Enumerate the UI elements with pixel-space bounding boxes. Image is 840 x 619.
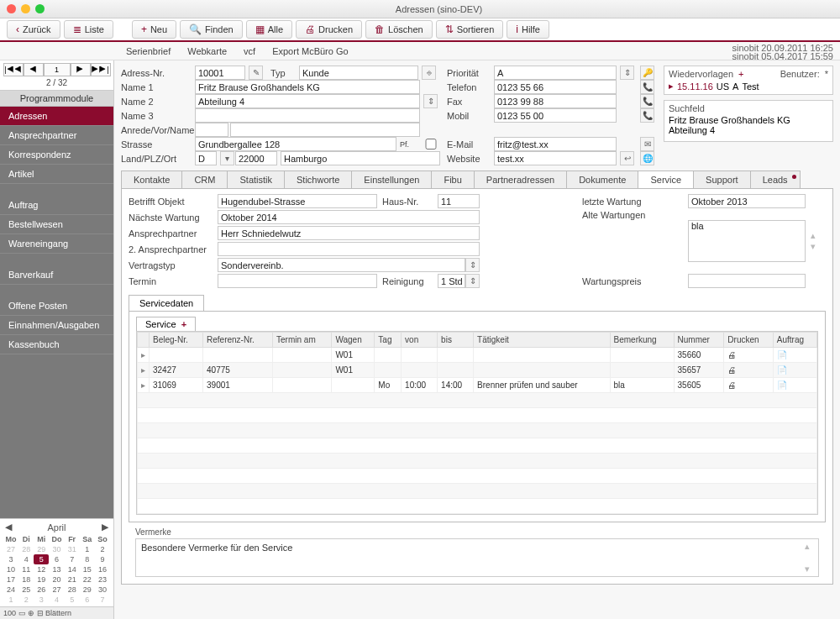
fax-field[interactable]: [494, 94, 617, 108]
print-button[interactable]: 🖨Drucken: [296, 20, 362, 39]
reinigung-field[interactable]: [438, 274, 465, 288]
vermerke-scroll-down-icon[interactable]: ▾: [805, 564, 816, 574]
cal-day[interactable]: 16: [95, 564, 110, 574]
tab-crm[interactable]: CRM: [181, 170, 228, 188]
tab-fibu[interactable]: Fibu: [431, 170, 474, 188]
sidebar-item-offeneposten[interactable]: Offene Posten: [0, 296, 113, 316]
cal-day[interactable]: 3: [3, 554, 18, 564]
cal-day[interactable]: 1: [3, 595, 18, 605]
scroll-down-icon[interactable]: ▾: [811, 241, 826, 252]
cal-day[interactable]: 20: [49, 574, 64, 585]
plz-field[interactable]: [235, 151, 277, 165]
cal-day[interactable]: 11: [18, 564, 34, 574]
all-button[interactable]: ▦Alle: [246, 20, 292, 39]
pager-next-button[interactable]: ⯈: [71, 63, 91, 76]
cal-day[interactable]: 17: [3, 574, 18, 585]
cal-day[interactable]: 29: [80, 585, 95, 595]
find-button[interactable]: 🔍Finden: [180, 20, 243, 39]
cal-day[interactable]: 9: [95, 554, 110, 564]
tab-servicedaten[interactable]: Servicedaten: [129, 295, 204, 311]
sidebar-item-ansprechpartner[interactable]: Ansprechpartner: [0, 126, 113, 145]
vermerke-field[interactable]: Besondere Vermerke für den Service ▴▾: [135, 538, 819, 577]
wv-date[interactable]: 15.11.16: [677, 81, 713, 92]
tab-einstellungen[interactable]: Einstellungen: [351, 170, 432, 188]
service-add-icon[interactable]: +: [181, 319, 186, 329]
cal-day[interactable]: 4: [18, 554, 34, 564]
cal-day[interactable]: 27: [3, 544, 18, 554]
adressnr-edit-icon[interactable]: ✎: [249, 66, 263, 80]
sort-button[interactable]: ⇅Sortieren: [436, 20, 504, 39]
cal-day[interactable]: 14: [65, 564, 80, 574]
cal-day[interactable]: 31: [65, 544, 80, 554]
tab-statistik[interactable]: Statistik: [227, 170, 285, 188]
table-row[interactable]: ▸ W0135660 🖨 📄: [138, 348, 817, 363]
alte-wartungen-field[interactable]: bla: [688, 220, 806, 262]
row-print-icon[interactable]: 🖨: [724, 363, 773, 378]
cal-day[interactable]: 24: [3, 585, 18, 595]
tab-leads[interactable]: Leads: [750, 170, 801, 188]
mobil-dial-icon[interactable]: 📞: [640, 108, 654, 123]
cal-day[interactable]: 21: [65, 574, 80, 585]
cal-day[interactable]: 23: [95, 574, 110, 585]
name2-stepper-icon[interactable]: ⇕: [423, 94, 438, 108]
sidebar-item-artikel[interactable]: Artikel: [0, 165, 113, 184]
cal-next-button[interactable]: ▶: [102, 522, 108, 532]
cal-day[interactable]: 15: [80, 564, 95, 574]
ort-field[interactable]: [281, 151, 440, 165]
land-dropdown-icon[interactable]: ▾: [220, 151, 234, 165]
tab-stichworte[interactable]: Stichworte: [284, 170, 352, 188]
pf-checkbox[interactable]: [422, 139, 440, 150]
website-field[interactable]: [494, 151, 617, 165]
new-button[interactable]: +Neu: [132, 20, 176, 39]
table-row[interactable]: ▸ 3106939001Mo10:0014:00Brenner prüfen u…: [138, 378, 817, 393]
cal-day[interactable]: 13: [49, 564, 64, 574]
anrede-field[interactable]: [195, 123, 228, 137]
vorname-field[interactable]: [230, 123, 420, 137]
row-expand-icon[interactable]: ▸: [138, 363, 150, 378]
sidebar-item-adressen[interactable]: Adressen: [0, 107, 113, 126]
phone-dial-icon[interactable]: 📞: [640, 80, 654, 94]
window-maximize-icon[interactable]: [35, 4, 45, 13]
cal-day[interactable]: 29: [34, 544, 49, 554]
tab-kontakte[interactable]: Kontakte: [121, 170, 182, 188]
objekt-field[interactable]: [218, 194, 377, 208]
cal-day[interactable]: 6: [49, 554, 64, 564]
letzte-wartung-field[interactable]: [688, 194, 806, 208]
delete-button[interactable]: 🗑Löschen: [365, 20, 433, 39]
cal-day[interactable]: 30: [95, 585, 110, 595]
wartungspreis-field[interactable]: [688, 274, 806, 288]
serienbrief-link[interactable]: Serienbrief: [126, 46, 171, 56]
export-link[interactable]: Export McBüro Go: [272, 46, 348, 56]
list-button[interactable]: ≣Liste: [64, 20, 113, 39]
row-auftrag-icon[interactable]: 📄: [773, 378, 816, 393]
hausnr-field[interactable]: [438, 194, 480, 208]
scroll-up-icon[interactable]: ▴: [811, 230, 826, 241]
email-field[interactable]: [494, 137, 617, 151]
wiedervorlagen-add-icon[interactable]: +: [738, 69, 743, 79]
cal-day[interactable]: 25: [18, 585, 34, 595]
prioritaet-field[interactable]: [494, 66, 617, 80]
pager-prev-button[interactable]: ⯇: [24, 63, 44, 76]
window-close-icon[interactable]: [7, 4, 16, 13]
cal-day[interactable]: 18: [18, 574, 34, 585]
ansprech-field[interactable]: [218, 226, 480, 240]
cal-day[interactable]: 7: [65, 554, 80, 564]
cal-day[interactable]: 5: [34, 554, 49, 564]
name1-field[interactable]: [195, 80, 420, 94]
cal-day[interactable]: 27: [49, 585, 64, 595]
cal-day[interactable]: 6: [80, 595, 95, 605]
sidebar-item-bestellwesen[interactable]: Bestellwesen: [0, 215, 113, 234]
prio-stepper-icon[interactable]: ⇕: [620, 66, 634, 80]
sidebar-item-einnahmenausgaben[interactable]: Einnahmen/Ausgaben: [0, 316, 113, 335]
tab-support[interactable]: Support: [693, 170, 751, 188]
webkarte-link[interactable]: Webkarte: [187, 46, 227, 56]
cal-day[interactable]: 28: [18, 544, 34, 554]
strasse-field[interactable]: [195, 137, 396, 151]
sidebar-item-barverkauf[interactable]: Barverkauf: [0, 265, 113, 285]
back-button[interactable]: ‹Zurück: [7, 20, 60, 39]
cal-day[interactable]: 7: [95, 595, 110, 605]
sidebar-item-auftrag[interactable]: Auftrag: [0, 196, 113, 215]
row-print-icon[interactable]: 🖨: [724, 348, 773, 363]
cal-day[interactable]: 26: [34, 585, 49, 595]
mobil-field[interactable]: [494, 108, 617, 123]
